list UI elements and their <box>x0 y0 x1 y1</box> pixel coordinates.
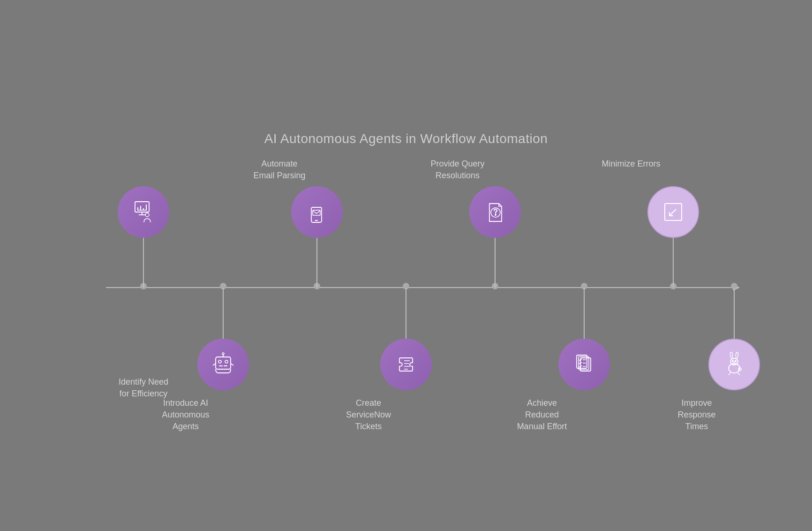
svg-point-37 <box>734 363 735 364</box>
svg-point-35 <box>732 361 734 362</box>
connector-2 <box>223 288 224 339</box>
label-minimize-errors: Minimize Errors <box>589 158 673 170</box>
svg-point-36 <box>735 361 737 362</box>
circle-improve-response <box>708 339 760 390</box>
svg-rect-18 <box>313 210 320 215</box>
circle-identify-need <box>118 186 169 238</box>
timeline-area: Identify Needfor Efficiency <box>78 184 734 400</box>
page-title: AI Autonomous Agents in Workflow Automat… <box>264 131 548 146</box>
email-icon <box>303 198 331 226</box>
label-achieve-reduced: AchieveReducedManual Effort <box>500 397 584 433</box>
timeline-line <box>106 287 734 288</box>
svg-point-34 <box>730 358 738 365</box>
svg-line-32 <box>669 209 676 216</box>
connector-7 <box>673 235 674 288</box>
circle-achieve-reduced <box>558 339 610 390</box>
connector-5 <box>495 235 496 288</box>
connector-3 <box>316 235 317 288</box>
clock-question-icon <box>481 198 509 226</box>
circle-provide-query <box>469 186 521 238</box>
label-provide-query: Provide QueryResolutions <box>420 158 495 182</box>
svg-point-3 <box>145 213 149 217</box>
svg-point-13 <box>222 353 224 355</box>
circle-create-tickets <box>380 339 432 390</box>
checklist-icon <box>570 350 598 379</box>
connector-4 <box>406 288 406 339</box>
circle-minimize-errors <box>647 186 699 238</box>
connector-6 <box>584 288 585 339</box>
presentation-icon <box>129 198 158 226</box>
connector-8 <box>734 288 735 339</box>
ticket-icon <box>392 350 420 379</box>
svg-point-10 <box>218 360 221 363</box>
minimize-icon <box>659 198 687 226</box>
label-identify-need: Identify Needfor Efficiency <box>106 376 181 400</box>
svg-point-11 <box>225 360 228 363</box>
main-container: AI Autonomous Agents in Workflow Automat… <box>31 31 781 500</box>
svg-rect-9 <box>216 357 231 369</box>
connector-1 <box>143 235 144 288</box>
circle-introduce-ai <box>197 339 249 390</box>
rabbit-icon <box>720 350 748 379</box>
label-improve-response: ImproveResponseTimes <box>659 397 734 433</box>
label-create-tickets: CreateServiceNowTickets <box>331 397 406 433</box>
label-introduce-ai: Introduce AIAutonomousAgents <box>148 397 223 433</box>
label-automate-email: AutomateEmail Parsing <box>242 158 317 182</box>
circle-automate-email <box>291 186 343 238</box>
svg-point-24 <box>495 214 496 215</box>
robot-icon <box>209 350 237 379</box>
